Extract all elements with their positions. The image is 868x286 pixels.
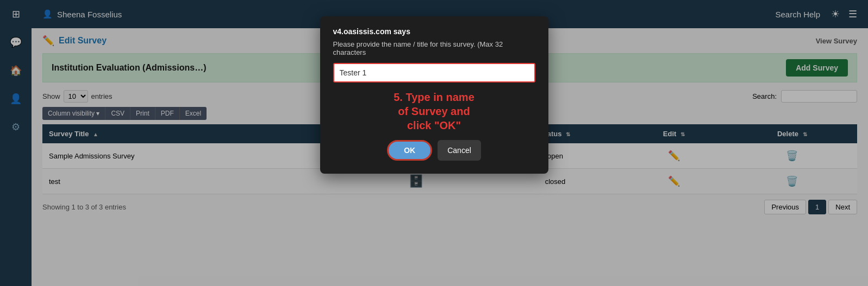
dialog-instruction: 5. Type in nameof Survey andclick "OK" (333, 90, 535, 132)
dialog-box: v4.oasissis.com says Please provide the … (320, 16, 548, 174)
dialog-name-input[interactable] (333, 63, 535, 82)
dialog-ok-button[interactable]: OK (387, 140, 432, 161)
dialog-cancel-button[interactable]: Cancel (438, 140, 481, 161)
dialog-overlay: v4.oasissis.com says Please provide the … (0, 0, 868, 286)
dialog-title: v4.oasissis.com says (333, 27, 535, 36)
app-container: ⊞ 💬 🏠 👤 ⚙ 👤 Sheena Fosselius Search Help… (0, 0, 868, 286)
dialog-message: Please provide the name / title for this… (333, 40, 535, 56)
dialog-buttons: OK Cancel (333, 140, 535, 161)
